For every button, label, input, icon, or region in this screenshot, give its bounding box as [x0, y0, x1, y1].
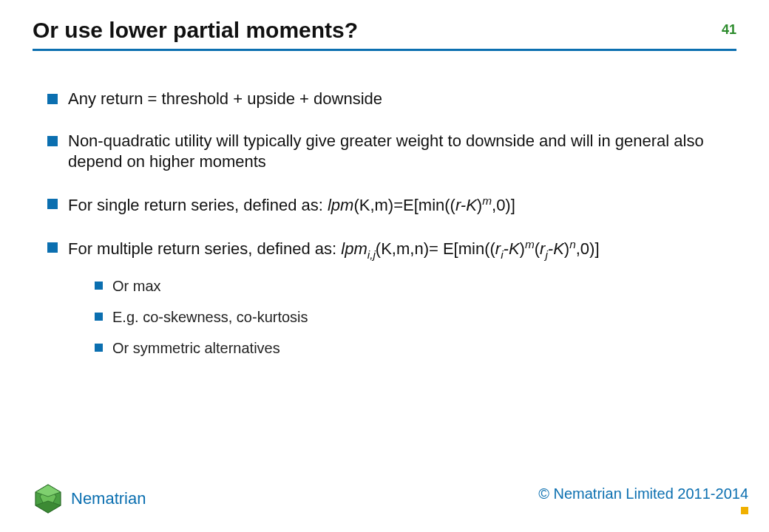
formula-exp2: n [569, 238, 576, 250]
formula-sub: i,j [367, 248, 376, 260]
slide-title: Or use lower partial moments? [33, 18, 736, 43]
formula-r: r-K [455, 196, 477, 214]
brand-logo-icon [33, 483, 64, 514]
corner-marker-icon [741, 507, 748, 514]
formula-tail: ,0)] [576, 239, 600, 258]
formula-mk2: -K [548, 239, 564, 258]
copyright-block: © Nematrian Limited 2011-2014 [538, 485, 748, 514]
slide-content: Any return = threshold + upside + downsi… [47, 89, 728, 378]
slide-number: 41 [722, 22, 736, 38]
bullet-item: For multiple return series, defined as: … [47, 237, 728, 358]
formula-fn: lpm [328, 196, 353, 214]
slide-header: Or use lower partial moments? 41 [33, 18, 736, 51]
sub-bullet-text: E.g. co-skewness, co-kurtosis [112, 309, 308, 325]
formula-exp: m [525, 238, 535, 250]
sub-bullet-item: Or max [95, 276, 728, 296]
formula-exp: m [482, 194, 492, 207]
formula-close: ) [520, 239, 525, 258]
formula-eq: =E[min(( [393, 196, 455, 214]
sub-bullet-text: Or symmetric alternatives [112, 340, 280, 356]
sub-bullet-list: Or max E.g. co-skewness, co-kurtosis Or … [95, 276, 728, 358]
formula-args: (K,m,n) [376, 239, 429, 258]
bullet-text: Any return = threshold + upside + downsi… [68, 89, 382, 108]
formula-tail: ,0)] [492, 196, 515, 214]
brand-name: Nematrian [71, 489, 146, 508]
copyright-text: © Nematrian Limited 2011-2014 [538, 485, 748, 502]
bullet-item: Any return = threshold + upside + downsi… [47, 89, 728, 110]
bullet-prefix: For single return series, defined as: [68, 196, 328, 214]
formula-mk: -K [504, 239, 520, 258]
slide: Or use lower partial moments? 41 Any ret… [0, 0, 769, 532]
bullet-prefix: For multiple return series, defined as: [68, 239, 341, 258]
bullet-text: Non-quadratic utility will typically giv… [68, 132, 704, 171]
bullet-item: For single return series, defined as: lp… [47, 194, 728, 216]
slide-footer: Nematrian © Nematrian Limited 2011-2014 [33, 483, 748, 514]
bullet-item: Non-quadratic utility will typically giv… [47, 131, 728, 173]
sub-bullet-item: E.g. co-skewness, co-kurtosis [95, 307, 728, 327]
formula-args: (K,m) [353, 196, 393, 214]
formula-eq: = E[min(( [429, 239, 495, 258]
sub-bullet-text: Or max [112, 278, 161, 294]
formula-open2: ( [535, 239, 540, 258]
sub-bullet-item: Or symmetric alternatives [95, 338, 728, 358]
brand: Nematrian [33, 483, 146, 514]
formula-fn: lpm [341, 239, 367, 258]
bullet-list: Any return = threshold + upside + downsi… [47, 89, 728, 358]
title-underline [33, 49, 736, 51]
